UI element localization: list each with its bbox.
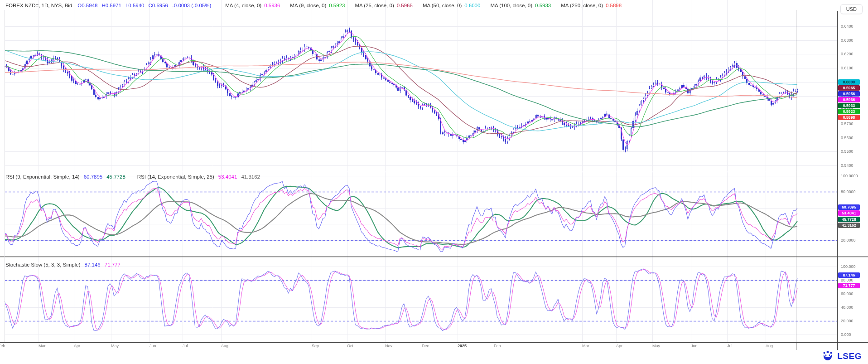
ohlc-close: C0.5956 — [149, 3, 168, 8]
rsi-badge: 53.4041 — [838, 210, 860, 216]
ohlc-low: L0.5940 — [125, 3, 145, 8]
time-axis-label: May — [111, 344, 119, 348]
time-axis-label: Aug — [766, 344, 773, 348]
ma-legend-25[interactable]: MA (25, close, 0)0.5965 — [355, 3, 412, 8]
time-axis-label: Apr — [74, 344, 80, 348]
rsi14-ma-value: 41.3162 — [241, 174, 260, 180]
time-axis-label: Jun — [149, 344, 156, 348]
time-axis-label: 2025 — [458, 344, 467, 348]
rsi14-label: RSI (14, Exponential, Simple, 25) — [137, 174, 214, 180]
stoch-d-value: 71.777 — [105, 262, 121, 267]
lseg-logo: LSEG — [822, 350, 862, 362]
stoch-axis-label: 40.000 — [841, 305, 854, 310]
stoch-axis-label: 0.000 — [841, 332, 851, 337]
time-axis-label: Dec — [422, 344, 429, 348]
rsi-axis-label: 20.0000 — [841, 238, 856, 243]
ohlc-high: H0.5971 — [101, 3, 121, 8]
stochastic-pane[interactable] — [0, 257, 837, 342]
rsi9-ma-value: 45.7728 — [106, 174, 125, 180]
rsi-pane[interactable] — [0, 172, 837, 257]
stochastic-legend[interactable]: Stochastic Slow (5, 3, 3, Simple) 87.146… — [5, 262, 121, 267]
price-badge: 0.5923 — [838, 109, 860, 114]
rsi9-label: RSI (9, Exponential, Simple, 14) — [5, 174, 80, 180]
rsi-legend[interactable]: RSI (9, Exponential, Simple, 14) 60.7895… — [5, 174, 260, 180]
time-axis-label: Jul — [183, 344, 188, 348]
ohlc-change: -0.0003 (-0.05%) — [172, 3, 211, 8]
time-axis-label: May — [652, 344, 660, 348]
time-axis-label: Feb — [0, 344, 5, 348]
currency-button[interactable]: USD — [840, 4, 863, 14]
price-axis-label: 0.5500 — [841, 149, 854, 154]
price-axis-label: 0.6300 — [841, 38, 854, 43]
stoch-k-value: 87.146 — [85, 262, 101, 267]
time-axis-label: Sep — [312, 344, 319, 348]
stoch-badge: 87.146 — [838, 272, 860, 278]
ma-legend-9[interactable]: MA (9, close, 0)0.5923 — [290, 3, 345, 8]
time-axis[interactable] — [0, 342, 837, 351]
ma-legend-50[interactable]: MA (50, close, 0)0.6000 — [423, 3, 480, 8]
price-pane[interactable] — [0, 10, 837, 172]
time-axis-label: Jun — [691, 344, 698, 348]
price-badge: 0.6000 — [838, 79, 860, 85]
rsi-axis-label: 80.0000 — [841, 189, 856, 194]
stoch-axis-label: 20.000 — [841, 319, 854, 323]
price-badge: 0.5933 — [838, 103, 860, 108]
lseg-logo-text: LSEG — [837, 351, 862, 361]
time-axis-label: Jul — [727, 344, 733, 348]
ohlc-open: O0.5948 — [77, 3, 97, 8]
stoch-axis-label: 80.000 — [841, 278, 854, 282]
stoch-axis-label: 100.000 — [841, 264, 856, 269]
time-axis-label: Oct — [347, 344, 353, 348]
price-axis-label: 0.5700 — [841, 121, 854, 126]
time-axis-label: Mar — [39, 344, 46, 348]
rsi14-value: 53.4041 — [218, 174, 237, 180]
price-axis-label: 0.6400 — [841, 24, 854, 29]
time-axis-label: Apr — [616, 344, 622, 348]
ma-legend-250[interactable]: MA (250, close, 0)0.5898 — [561, 3, 622, 8]
time-axis-label: Feb — [494, 344, 501, 348]
rsi-badge: 45.7728 — [838, 217, 860, 222]
rsi-badge: 60.7895 — [838, 204, 860, 210]
instrument-title[interactable]: FOREX NZD=, 1D, NYS, Bid — [5, 3, 72, 8]
rsi-badge: 41.3162 — [838, 223, 860, 228]
stochastic-label: Stochastic Slow (5, 3, 3, Simple) — [5, 262, 81, 267]
ma-legend-4[interactable]: MA (4, close, 0)0.5936 — [225, 3, 280, 8]
time-axis-label: Nov — [385, 344, 392, 348]
price-axis-label: 0.5400 — [841, 163, 854, 168]
rsi9-value: 60.7895 — [84, 174, 103, 180]
price-axis-label: 0.6100 — [841, 66, 854, 70]
rsi-axis-label: 100.0000 — [841, 174, 858, 178]
price-axis-label: 0.5600 — [841, 136, 854, 140]
price-badge: 0.5956 — [838, 91, 860, 97]
time-axis-label: Mar — [582, 344, 589, 348]
time-axis-label: Aug — [221, 344, 228, 348]
stoch-axis-label: 60.000 — [841, 291, 854, 296]
stoch-badge: 71.777 — [838, 283, 860, 288]
price-badge: 0.5965 — [838, 85, 860, 91]
ma-legend-100[interactable]: MA (100, close, 0)0.5933 — [490, 3, 551, 8]
lseg-crest-icon — [822, 350, 834, 362]
price-axis-label: 0.6200 — [841, 52, 854, 56]
chart-legend: FOREX NZD=, 1D, NYS, Bid O0.5948 H0.5971… — [5, 0, 622, 10]
price-badge: 0.5898 — [838, 115, 860, 120]
price-badge: 0.5936 — [838, 97, 860, 102]
